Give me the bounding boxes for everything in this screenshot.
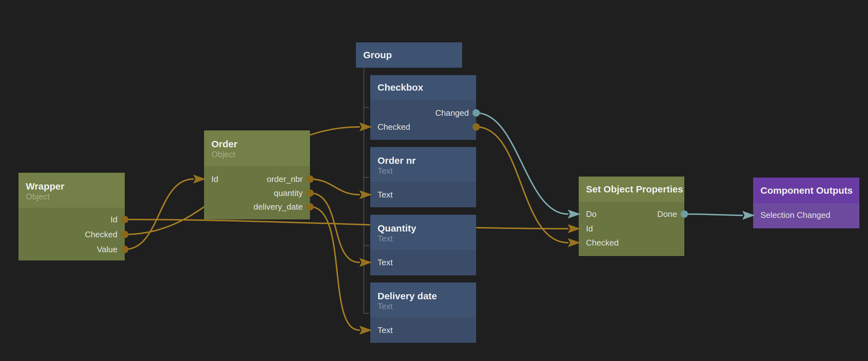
input-port-label-text[interactable]: Text [377, 324, 393, 336]
port-row: Id [586, 223, 677, 234]
output-port-label-deliverydate[interactable]: delivery_date [253, 201, 303, 212]
node-title: Order nr [377, 155, 469, 166]
input-port-label-checked[interactable]: Checked [377, 121, 410, 133]
port-row: Text [377, 324, 469, 336]
port-dot-wrapper-id[interactable] [121, 216, 129, 223]
port-row: Selection Changed [761, 209, 852, 221]
port-row: Checked [377, 121, 469, 133]
port-dot-sop-done[interactable] [681, 210, 688, 218]
node-subtitle: Text [377, 234, 469, 243]
node-title: Wrapper [26, 181, 118, 192]
output-port-label-checked[interactable]: Checked [85, 229, 118, 240]
port-row: Text [377, 257, 469, 268]
input-port-label-id[interactable]: Id [586, 223, 593, 234]
input-port-label-selection-changed[interactable]: Selection Changed [761, 209, 831, 221]
output-port-label-ordernbr[interactable]: order_nbr [267, 173, 303, 185]
port-row: Changed [377, 107, 469, 119]
input-port-label-checked[interactable]: Checked [586, 237, 619, 249]
node-delivery-date[interactable]: Delivery date Text Text [370, 283, 476, 343]
node-header: Component Outputs [753, 177, 859, 203]
node-header: Order nr Text [370, 147, 476, 182]
port-row: Text [377, 189, 469, 200]
port-row: Id order_nbr [211, 173, 303, 185]
output-port-label-value[interactable]: Value [97, 243, 118, 255]
output-port-label-quantity[interactable]: quantity [274, 187, 303, 199]
node-subtitle: Object [211, 150, 303, 159]
node-header: Set Object Properties [579, 176, 684, 202]
node-quantity[interactable]: Quantity Text Text [370, 215, 476, 275]
node-editor-canvas[interactable]: Wrapper Object Id Checked Value Order Ob… [0, 0, 868, 361]
node-component-outputs[interactable]: Component Outputs Selection Changed [753, 177, 859, 228]
node-header: Checkbox [370, 75, 476, 100]
node-title: Group [363, 50, 392, 60]
node-header: Group [356, 42, 462, 68]
port-row: Checked [26, 229, 118, 240]
node-subtitle: Object [26, 192, 118, 201]
port-row: Checked [586, 237, 677, 249]
output-port-label-id[interactable]: Id [111, 214, 118, 225]
node-header: Quantity Text [370, 215, 476, 250]
output-port-label-changed[interactable]: Changed [435, 107, 469, 119]
input-port-label-text[interactable]: Text [377, 189, 393, 200]
node-header: Delivery date Text [370, 283, 476, 317]
node-subtitle: Text [377, 301, 469, 311]
node-subtitle: Text [377, 166, 469, 175]
node-order-nr[interactable]: Order nr Text Text [370, 147, 476, 207]
port-row: quantity [211, 187, 303, 199]
port-dot-checkbox-checked[interactable] [473, 123, 480, 131]
node-title: Set Object Properties [586, 184, 683, 195]
output-port-label-done[interactable]: Done [657, 208, 677, 220]
port-dot-wrapper-checked[interactable] [121, 231, 129, 238]
input-port-label-id[interactable]: Id [211, 173, 218, 185]
node-title: Checkbox [377, 82, 423, 93]
input-port-label-text[interactable]: Text [377, 257, 393, 268]
node-wrapper[interactable]: Wrapper Object Id Checked Value [19, 173, 125, 261]
node-set-object-properties[interactable]: Set Object Properties Do Done Id Checked [579, 176, 684, 256]
port-dot-order-deliverydate[interactable] [307, 203, 314, 210]
node-header: Wrapper Object [19, 173, 125, 208]
port-row: Do Done [586, 208, 677, 220]
node-header: Order Object [204, 130, 310, 166]
node-title: Delivery date [377, 291, 469, 301]
port-row: delivery_date [211, 201, 303, 212]
node-title: Quantity [377, 223, 469, 234]
port-dot-order-ordernbr[interactable] [307, 175, 314, 183]
port-dot-order-quantity[interactable] [307, 190, 314, 197]
node-group[interactable]: Group [356, 42, 462, 68]
input-port-label-do[interactable]: Do [586, 208, 596, 220]
node-title: Order [211, 139, 303, 150]
port-dot-checkbox-changed[interactable] [473, 109, 480, 117]
port-dot-wrapper-value[interactable] [121, 246, 129, 253]
port-row: Value [26, 243, 118, 255]
node-checkbox[interactable]: Checkbox Changed Checked [370, 75, 476, 140]
port-row: Id [26, 214, 118, 225]
node-order[interactable]: Order Object Id order_nbr quantity deliv… [204, 130, 310, 220]
node-title: Component Outputs [761, 185, 853, 196]
